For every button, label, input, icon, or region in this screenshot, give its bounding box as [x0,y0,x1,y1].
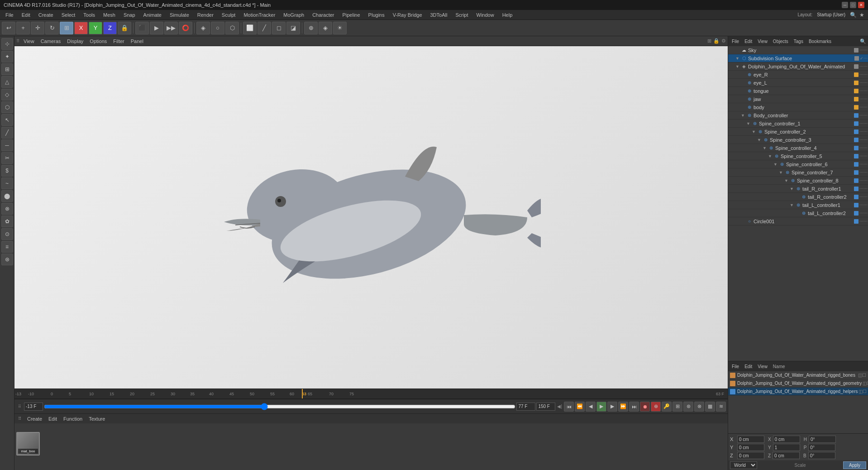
left-tool-bone[interactable]: ⊛ [1,254,13,265]
tree-arrow-spine5[interactable]: ▼ [768,154,773,158]
render-region-button[interactable]: ⬛ [135,22,149,34]
tree-item-spine4[interactable]: ▼ ⊛ Spine_controller_4 ⋯⋯ [728,144,868,152]
left-tool-select[interactable]: ⊹ [1,38,13,50]
right-menu-file[interactable]: File [730,38,741,44]
coord-h-input[interactable] [809,436,836,443]
left-tool-arrow[interactable]: ↖ [1,114,13,126]
tree-item-tail-l-2[interactable]: ⊛ tail_L_controller2 ⋯⋯ [728,209,868,217]
timeline-motion-clip-btn[interactable]: ⊞ [672,402,682,412]
timeline-record-btn[interactable]: ⏺ [640,402,650,412]
menu-render[interactable]: Render [194,11,217,19]
tree-item-jaw[interactable]: ⊕ jaw ⋯⋯ [728,95,868,103]
tree-item-sky[interactable]: ☁ Sky ⋯⋯ [728,46,868,54]
mat-list-item-helpers[interactable]: Dolphin_Jumping_Out_Of_Water_Animated_ri… [728,388,868,396]
material-file-list[interactable]: Dolphin_Jumping_Out_Of_Water_Animated_ri… [728,371,868,433]
texture-mode-button[interactable]: ⬡ [225,22,239,34]
close-button[interactable]: ✕ [858,2,864,8]
lock-button[interactable]: 🔒 [118,22,131,34]
rotate-button[interactable]: ↻ [45,22,59,34]
menu-file[interactable]: File [2,11,17,19]
viewport-settings-icon[interactable]: ⚙ [721,38,726,44]
viewport-menu-panel[interactable]: Panel [129,38,146,44]
timeline-fcurve-btn[interactable]: ≋ [716,402,726,412]
right-menu-edit[interactable]: Edit [743,38,754,44]
render-view-button[interactable]: ▶ [150,22,163,34]
tree-item-tail-r-2[interactable]: ⊛ tail_R_controller2 ⋯⋯ [728,193,868,201]
z-axis-button[interactable]: Z [103,22,117,34]
tree-item-subdiv[interactable]: ▼ ⬡ Subdivision Surface ✓⋯ [728,54,868,62]
add-button[interactable]: + [16,22,30,34]
right-menu-objects[interactable]: Objects [771,38,790,44]
left-tool-pen[interactable]: △ [1,76,13,88]
right-search-icon[interactable]: 🔍 [860,38,866,44]
mat-list-item-bones[interactable]: Dolphin_Jumping_Out_Of_Water_Animated_ri… [728,371,868,379]
tree-item-spine1[interactable]: ▼ ⊛ Spine_controller_1 ⋯⋯ [728,120,868,128]
material-menu-edit[interactable]: Edit [46,416,59,422]
tree-item-spine3[interactable]: ▼ ⊛ Spine_controller_3 ⋯⋯ [728,136,868,144]
viewport-menu-view[interactable]: View [21,38,37,44]
tree-item-tail-l-1[interactable]: ▼ ⊛ tail_L_controller1 ⋯⋯ [728,201,868,209]
tree-arrow-spine1[interactable]: ▼ [746,121,751,126]
bookmark-icon[interactable]: ★ [859,12,866,18]
undo-button[interactable]: ↩ [2,22,15,34]
material-menu-texture[interactable]: Texture [86,416,107,422]
timeline-dope-btn[interactable]: ▦ [705,402,715,412]
left-tool-knife[interactable]: ✂ [1,152,13,164]
menu-simulate[interactable]: Simulate [166,11,193,19]
menu-mograph[interactable]: MoGraph [280,11,308,19]
edge-mode-button[interactable]: ╱ [258,22,271,34]
model-mode-button[interactable]: ◈ [196,22,210,34]
viewport-lock-icon[interactable]: 🔒 [713,38,720,44]
menu-3dtoall[interactable]: 3DToAll [427,11,451,19]
viewport-menu-options[interactable]: Options [87,38,109,44]
right-bottom-view-btn[interactable]: View [756,364,769,369]
tree-arrow-spine4[interactable]: ▼ [763,146,767,150]
tree-item-eye-r[interactable]: ⊕ eye_R ⋯⋯ [728,71,868,79]
right-menu-bookmarks[interactable]: Bookmarks [807,38,833,44]
tree-arrow-spine8[interactable]: ▼ [784,178,789,183]
x-axis-button[interactable]: X [74,22,88,34]
tree-item-spine2[interactable]: ▼ ⊛ Spine_controller_2 ⋯⋯ [728,128,868,136]
timeline-powertracks-btn[interactable]: ⊛ [683,402,693,412]
material-thumbnail-1[interactable]: mat_boo [16,432,40,456]
left-tool-measure[interactable]: ╱ [1,127,13,139]
left-tool-move[interactable]: ✦ [1,51,13,62]
maximize-button[interactable]: □ [850,2,856,8]
viewport-menu-display[interactable]: Display [65,38,86,44]
tree-arrow-subdiv[interactable]: ▼ [735,56,740,61]
scale-button[interactable]: ⊞ [60,22,73,34]
coord-p-input[interactable] [808,444,835,451]
tree-item-tail-r-1[interactable]: ▼ ⊛ tail_R_controller1 ⋯⋯ [728,185,868,193]
timeline-next-key-btn[interactable]: ⏩ [618,402,628,412]
coord-x-pos-input[interactable] [737,436,764,443]
tree-arrow-spine2[interactable]: ▼ [752,129,756,134]
right-menu-tags[interactable]: Tags [792,38,805,44]
timeline-scrubber[interactable] [44,403,515,410]
tree-item-dolphin[interactable]: ▼ ◈ Dolphin_Jumping_Out_Of_Water_Animate… [728,62,868,71]
timeline-play-btn[interactable]: ▶ [596,402,606,412]
coord-y-scale-input[interactable] [773,444,800,451]
soloedit-button[interactable]: ◈ [319,22,332,34]
left-tool-layers[interactable]: ≡ [1,241,13,253]
timeline-first-frame-btn[interactable]: ⏮ [564,402,574,412]
menu-plugins[interactable]: Plugins [365,11,388,19]
tree-arrow-spine7[interactable]: ▼ [779,170,783,175]
menu-snap[interactable]: Snap [120,11,139,19]
left-tool-brush[interactable]: ✿ [1,216,13,227]
menu-create[interactable]: Create [35,11,57,19]
coord-z-pos-input[interactable] [737,452,764,459]
timeline-start-frame-input[interactable] [24,403,43,411]
menu-sculpt[interactable]: Sculpt [218,11,239,19]
left-tool-magnet[interactable]: ⊙ [1,228,13,240]
coord-z-scale-input[interactable] [773,452,800,459]
minimize-button[interactable]: ─ [842,2,848,8]
tree-arrow-dolphin[interactable]: ▼ [735,64,740,69]
tree-item-tongue[interactable]: ⊕ tongue ⋯⋯ [728,87,868,95]
menu-motiontracker[interactable]: MotionTracker [240,11,279,19]
viewport-maximize-icon[interactable]: ⊞ [707,38,711,44]
menu-vraybridge[interactable]: V-Ray Bridge [389,11,426,19]
material-menu-function[interactable]: Function [61,416,85,422]
object-mode-button[interactable]: ○ [211,22,224,34]
menu-pipeline[interactable]: Pipeline [339,11,363,19]
render-button[interactable]: ▶▶ [164,22,178,34]
